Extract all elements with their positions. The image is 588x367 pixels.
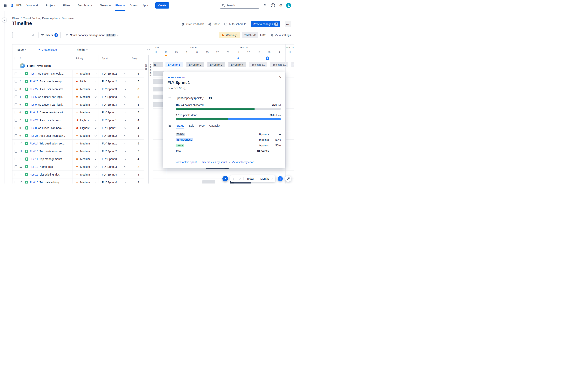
- sprint-bar-sprint[interactable]: FLY Sprint 3: [207, 62, 225, 67]
- sprint-select[interactable]: FLY Sprint 3: [99, 85, 129, 93]
- tab-capacity[interactable]: Capacity: [209, 124, 220, 129]
- issue-key-link[interactable]: FLY-8: [30, 126, 37, 130]
- issue-key-link[interactable]: FLY-6: [30, 95, 37, 99]
- sprint-bar-sprint[interactable]: FLY Sprint 2: [186, 62, 204, 67]
- issue-summary[interactable]: As a user I can sav...: [39, 88, 65, 91]
- sprint-bar-projected[interactable]: Projected spr...: [249, 62, 267, 67]
- issue-key-link[interactable]: FLY-26: [30, 134, 38, 137]
- breadcrumb-link[interactable]: Plans: [12, 17, 19, 20]
- global-search[interactable]: [220, 2, 259, 8]
- breadcrumb-link[interactable]: Travel Booking Division plan: [23, 17, 58, 20]
- issue-key-link[interactable]: FLY-13: [30, 165, 38, 168]
- priority-select[interactable]: Medium: [72, 155, 99, 163]
- expand-sidebar-button[interactable]: [2, 17, 7, 22]
- sprint-select[interactable]: FLY Sprint 3: [99, 155, 129, 163]
- nav-item-plans[interactable]: Plans: [113, 2, 127, 8]
- timescale-select[interactable]: Months: [258, 175, 275, 182]
- release-milestone-dot[interactable]: [238, 58, 239, 59]
- view-settings-button[interactable]: View settings: [270, 33, 291, 37]
- share-button[interactable]: Share: [208, 23, 220, 26]
- collapse-fields-button[interactable]: [147, 48, 150, 51]
- user-avatar[interactable]: [286, 3, 291, 8]
- issue-column-menu[interactable]: Issue: [17, 48, 27, 51]
- sprint-select[interactable]: FLY Sprint 4: [99, 178, 129, 184]
- issue-summary[interactable]: Trip destination sel...: [39, 150, 65, 153]
- priority-select[interactable]: Medium: [72, 85, 99, 93]
- issue-summary[interactable]: As I user I can edit ...: [38, 72, 64, 75]
- issue-key-link[interactable]: FLY-24: [30, 119, 38, 122]
- issue-key-link[interactable]: FLY-17: [30, 111, 38, 114]
- issue-summary[interactable]: Trip destination sel...: [39, 142, 65, 145]
- select-all-checkbox[interactable]: [15, 57, 17, 60]
- priority-select[interactable]: Medium: [72, 108, 99, 116]
- sprint-select[interactable]: FLY Sprint 1: [99, 108, 129, 116]
- priority-select[interactable]: Medium: [72, 140, 99, 147]
- sprint-bar-projected[interactable]: Proj...: [291, 62, 294, 67]
- row-checkbox[interactable]: [15, 111, 17, 114]
- issue-key-link[interactable]: FLY-16: [30, 150, 38, 153]
- fullscreen-button[interactable]: [285, 175, 291, 182]
- issue-key-link[interactable]: FLY-15: [30, 181, 38, 184]
- row-checkbox[interactable]: [15, 96, 17, 98]
- issue-summary[interactable]: As a user I can log i...: [38, 95, 64, 99]
- priority-select[interactable]: Highest: [72, 116, 99, 124]
- close-icon[interactable]: ×: [279, 75, 282, 79]
- priority-select[interactable]: Medium: [72, 178, 99, 184]
- priority-select[interactable]: Medium: [72, 147, 99, 155]
- fields-menu[interactable]: Fields: [77, 48, 88, 51]
- today-button[interactable]: Today: [244, 175, 256, 182]
- sprint-select[interactable]: FLY Sprint 2: [99, 132, 129, 139]
- tab-type[interactable]: Type: [199, 124, 205, 129]
- more-options-button[interactable]: •••: [285, 21, 291, 27]
- schedule-bar[interactable]: [153, 79, 164, 84]
- priority-select[interactable]: Medium: [72, 93, 99, 100]
- scroll-right-arrow-button[interactable]: [237, 175, 243, 182]
- issue-key-link[interactable]: FLY-14: [30, 142, 38, 145]
- row-checkbox[interactable]: [15, 173, 17, 176]
- sprint-select[interactable]: FLY Sprint 3: [99, 163, 129, 170]
- sprint-bar-projected[interactable]: Projected spr...: [270, 62, 288, 67]
- sprint-select[interactable]: FLY Sprint 4: [99, 171, 129, 178]
- priority-select[interactable]: High: [72, 77, 99, 85]
- tab-status[interactable]: Status: [176, 124, 184, 129]
- review-changes-button[interactable]: Review changes 2: [251, 21, 280, 27]
- row-checkbox[interactable]: [15, 150, 17, 153]
- issue-key-link[interactable]: FLY-25: [30, 80, 38, 83]
- priority-select[interactable]: Medium: [72, 101, 99, 108]
- warnings-button[interactable]: Warnings: [219, 32, 240, 38]
- issue-key-link[interactable]: FLY-9: [30, 103, 37, 106]
- nav-item-assets[interactable]: Assets: [127, 2, 140, 8]
- sprint-select[interactable]: FLY Sprint 3: [99, 93, 129, 100]
- schedule-bar[interactable]: [153, 102, 164, 107]
- issue-summary[interactable]: Trip management f...: [39, 158, 64, 161]
- sprint-select[interactable]: FLY Sprint 1: [99, 116, 129, 124]
- list-tab[interactable]: LIST: [258, 32, 268, 38]
- priority-select[interactable]: Medium: [72, 171, 99, 178]
- sprint-bar-active[interactable]: FLY Sprint 1: [165, 62, 183, 67]
- priority-select[interactable]: Medium: [72, 70, 99, 77]
- notifications-icon[interactable]: [262, 3, 267, 8]
- row-checkbox[interactable]: [15, 181, 17, 184]
- info-button[interactable]: i: [278, 176, 283, 181]
- create-button[interactable]: Create: [155, 2, 169, 8]
- plan-search-input[interactable]: [14, 33, 30, 37]
- sprint-link[interactable]: Filter issues by sprint: [201, 161, 227, 164]
- issue-summary[interactable]: As a user I can pay...: [39, 134, 65, 137]
- timeline-tab[interactable]: TIMELINE: [242, 32, 258, 38]
- give-feedback-button[interactable]: Give feedback: [182, 23, 204, 26]
- app-switcher-icon[interactable]: [2, 2, 9, 9]
- issue-key-link[interactable]: FLY-27: [30, 88, 38, 91]
- row-checkbox[interactable]: [15, 103, 17, 106]
- plan-search[interactable]: [12, 32, 36, 38]
- create-issue-button[interactable]: + Create issue: [38, 48, 61, 51]
- row-checkbox[interactable]: [15, 158, 17, 160]
- sprint-select[interactable]: FLY Sprint 2: [99, 77, 129, 85]
- issue-summary[interactable]: As a user I can up...: [39, 80, 64, 83]
- sprint-bar-past[interactable]: int: [153, 62, 163, 67]
- schedule-bar[interactable]: [153, 95, 164, 99]
- row-checkbox[interactable]: [15, 142, 17, 145]
- nav-item-projects[interactable]: Projects: [44, 2, 61, 8]
- filters-button[interactable]: Filters 1: [38, 32, 61, 38]
- row-checkbox[interactable]: [15, 119, 17, 122]
- team-strip[interactable]: TEAM: [144, 55, 148, 184]
